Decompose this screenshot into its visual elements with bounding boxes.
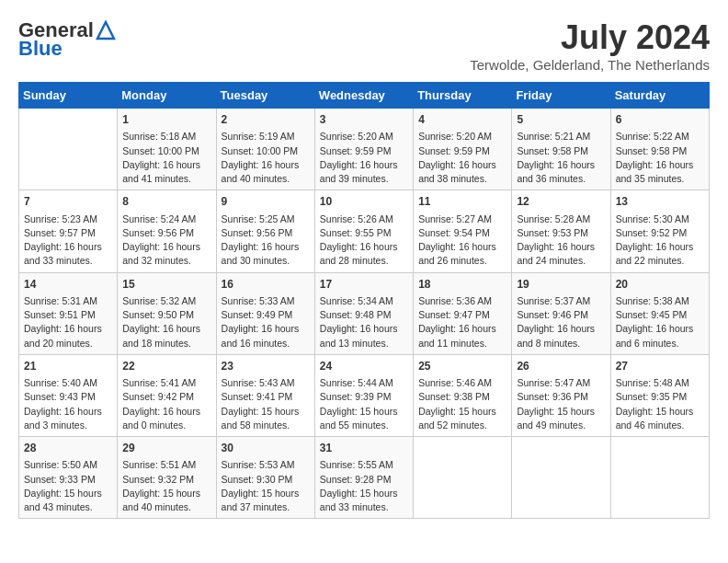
day-number: 26 <box>517 359 605 374</box>
location: Terwolde, Gelderland, The Netherlands <box>470 57 710 73</box>
cell-content: Sunrise: 5:51 AM Sunset: 9:32 PM Dayligh… <box>122 458 210 514</box>
month-title: July 2024 <box>470 18 710 57</box>
day-number: 3 <box>320 112 408 128</box>
day-number: 27 <box>616 359 704 374</box>
cell-content: Sunrise: 5:48 AM Sunset: 9:35 PM Dayligh… <box>616 376 704 432</box>
cell-content: Sunrise: 5:28 AM Sunset: 9:53 PM Dayligh… <box>517 213 605 269</box>
day-number: 19 <box>517 277 605 293</box>
calendar-cell: 22Sunrise: 5:41 AM Sunset: 9:42 PM Dayli… <box>118 354 216 436</box>
day-number: 9 <box>222 194 310 210</box>
day-number: 12 <box>517 194 605 210</box>
calendar-cell: 18Sunrise: 5:36 AM Sunset: 9:47 PM Dayli… <box>414 272 512 354</box>
day-number: 29 <box>122 441 210 456</box>
calendar-cell: 26Sunrise: 5:47 AM Sunset: 9:36 PM Dayli… <box>512 354 610 436</box>
calendar-cell: 2Sunrise: 5:19 AM Sunset: 10:00 PM Dayli… <box>216 109 314 190</box>
day-number: 4 <box>418 112 506 128</box>
day-number: 5 <box>517 112 605 128</box>
calendar-cell: 20Sunrise: 5:38 AM Sunset: 9:45 PM Dayli… <box>610 272 709 354</box>
logo-blue: Blue <box>18 37 63 61</box>
title-block: July 2024 Terwolde, Gelderland, The Neth… <box>470 18 710 73</box>
day-number: 13 <box>616 194 704 210</box>
calendar-cell: 16Sunrise: 5:33 AM Sunset: 9:49 PM Dayli… <box>216 272 314 354</box>
cell-content: Sunrise: 5:26 AM Sunset: 9:55 PM Dayligh… <box>320 213 408 269</box>
cell-content: Sunrise: 5:22 AM Sunset: 9:58 PM Dayligh… <box>616 130 704 186</box>
header-saturday: Saturday <box>610 83 709 109</box>
logo-arrow-icon <box>96 20 116 40</box>
cell-content: Sunrise: 5:34 AM Sunset: 9:48 PM Dayligh… <box>320 294 408 350</box>
cell-content: Sunrise: 5:47 AM Sunset: 9:36 PM Dayligh… <box>517 376 605 432</box>
calendar-week-row: 1Sunrise: 5:18 AM Sunset: 10:00 PM Dayli… <box>19 109 710 190</box>
calendar-cell: 31Sunrise: 5:55 AM Sunset: 9:28 PM Dayli… <box>314 437 413 519</box>
day-number: 15 <box>122 277 210 293</box>
cell-content: Sunrise: 5:23 AM Sunset: 9:57 PM Dayligh… <box>24 213 112 269</box>
calendar-cell: 28Sunrise: 5:50 AM Sunset: 9:33 PM Dayli… <box>19 437 118 519</box>
header-thursday: Thursday <box>414 83 512 109</box>
svg-marker-0 <box>97 22 114 39</box>
header-friday: Friday <box>512 83 610 109</box>
header-tuesday: Tuesday <box>216 83 314 109</box>
cell-content: Sunrise: 5:36 AM Sunset: 9:47 PM Dayligh… <box>418 294 506 350</box>
cell-content: Sunrise: 5:30 AM Sunset: 9:52 PM Dayligh… <box>616 213 704 269</box>
day-number: 21 <box>24 359 112 374</box>
calendar-cell: 23Sunrise: 5:43 AM Sunset: 9:41 PM Dayli… <box>216 354 314 436</box>
cell-content: Sunrise: 5:50 AM Sunset: 9:33 PM Dayligh… <box>24 458 112 514</box>
calendar-cell: 24Sunrise: 5:44 AM Sunset: 9:39 PM Dayli… <box>314 354 413 436</box>
cell-content: Sunrise: 5:31 AM Sunset: 9:51 PM Dayligh… <box>24 294 112 350</box>
calendar-cell: 30Sunrise: 5:53 AM Sunset: 9:30 PM Dayli… <box>216 437 314 519</box>
day-number: 10 <box>320 194 408 210</box>
calendar-cell: 8Sunrise: 5:24 AM Sunset: 9:56 PM Daylig… <box>118 190 216 272</box>
calendar-cell: 7Sunrise: 5:23 AM Sunset: 9:57 PM Daylig… <box>19 190 118 272</box>
day-number: 24 <box>320 359 408 374</box>
cell-content: Sunrise: 5:18 AM Sunset: 10:00 PM Daylig… <box>122 130 210 186</box>
cell-content: Sunrise: 5:27 AM Sunset: 9:54 PM Dayligh… <box>418 213 506 269</box>
day-number: 7 <box>24 194 112 210</box>
calendar-cell: 3Sunrise: 5:20 AM Sunset: 9:59 PM Daylig… <box>314 109 413 190</box>
cell-content: Sunrise: 5:32 AM Sunset: 9:50 PM Dayligh… <box>122 294 210 350</box>
header-monday: Monday <box>118 83 216 109</box>
day-number: 18 <box>418 277 506 293</box>
cell-content: Sunrise: 5:55 AM Sunset: 9:28 PM Dayligh… <box>320 458 408 514</box>
calendar-header-row: SundayMondayTuesdayWednesdayThursdayFrid… <box>19 83 710 109</box>
cell-content: Sunrise: 5:24 AM Sunset: 9:56 PM Dayligh… <box>122 213 210 269</box>
logo: General Blue <box>18 18 116 61</box>
day-number: 20 <box>616 277 704 293</box>
calendar-cell: 6Sunrise: 5:22 AM Sunset: 9:58 PM Daylig… <box>610 109 709 190</box>
cell-content: Sunrise: 5:19 AM Sunset: 10:00 PM Daylig… <box>222 130 310 186</box>
header-wednesday: Wednesday <box>314 83 413 109</box>
calendar-cell: 25Sunrise: 5:46 AM Sunset: 9:38 PM Dayli… <box>414 354 512 436</box>
cell-content: Sunrise: 5:20 AM Sunset: 9:59 PM Dayligh… <box>418 130 506 186</box>
cell-content: Sunrise: 5:53 AM Sunset: 9:30 PM Dayligh… <box>222 458 310 514</box>
page-header: General Blue July 2024 Terwolde, Gelderl… <box>18 18 710 73</box>
calendar-week-row: 28Sunrise: 5:50 AM Sunset: 9:33 PM Dayli… <box>19 437 710 519</box>
cell-content: Sunrise: 5:20 AM Sunset: 9:59 PM Dayligh… <box>320 130 408 186</box>
cell-content: Sunrise: 5:38 AM Sunset: 9:45 PM Dayligh… <box>616 294 704 350</box>
day-number: 1 <box>122 112 210 128</box>
calendar-cell <box>610 437 709 519</box>
day-number: 25 <box>418 359 506 374</box>
calendar-cell: 14Sunrise: 5:31 AM Sunset: 9:51 PM Dayli… <box>19 272 118 354</box>
calendar-week-row: 21Sunrise: 5:40 AM Sunset: 9:43 PM Dayli… <box>19 354 710 436</box>
day-number: 11 <box>418 194 506 210</box>
day-number: 16 <box>222 277 310 293</box>
calendar-table: SundayMondayTuesdayWednesdayThursdayFrid… <box>18 82 710 519</box>
cell-content: Sunrise: 5:41 AM Sunset: 9:42 PM Dayligh… <box>122 376 210 432</box>
day-number: 6 <box>616 112 704 128</box>
calendar-cell: 1Sunrise: 5:18 AM Sunset: 10:00 PM Dayli… <box>118 109 216 190</box>
calendar-cell: 17Sunrise: 5:34 AM Sunset: 9:48 PM Dayli… <box>314 272 413 354</box>
header-sunday: Sunday <box>19 83 118 109</box>
calendar-cell: 15Sunrise: 5:32 AM Sunset: 9:50 PM Dayli… <box>118 272 216 354</box>
day-number: 31 <box>320 441 408 456</box>
calendar-cell: 11Sunrise: 5:27 AM Sunset: 9:54 PM Dayli… <box>414 190 512 272</box>
calendar-cell <box>19 109 118 190</box>
day-number: 28 <box>24 441 112 456</box>
calendar-cell: 21Sunrise: 5:40 AM Sunset: 9:43 PM Dayli… <box>19 354 118 436</box>
calendar-cell: 9Sunrise: 5:25 AM Sunset: 9:56 PM Daylig… <box>216 190 314 272</box>
cell-content: Sunrise: 5:40 AM Sunset: 9:43 PM Dayligh… <box>24 376 112 432</box>
cell-content: Sunrise: 5:44 AM Sunset: 9:39 PM Dayligh… <box>320 376 408 432</box>
calendar-cell <box>414 437 512 519</box>
calendar-cell: 29Sunrise: 5:51 AM Sunset: 9:32 PM Dayli… <box>118 437 216 519</box>
cell-content: Sunrise: 5:21 AM Sunset: 9:58 PM Dayligh… <box>517 130 605 186</box>
calendar-cell: 13Sunrise: 5:30 AM Sunset: 9:52 PM Dayli… <box>610 190 709 272</box>
cell-content: Sunrise: 5:46 AM Sunset: 9:38 PM Dayligh… <box>418 376 506 432</box>
day-number: 22 <box>122 359 210 374</box>
